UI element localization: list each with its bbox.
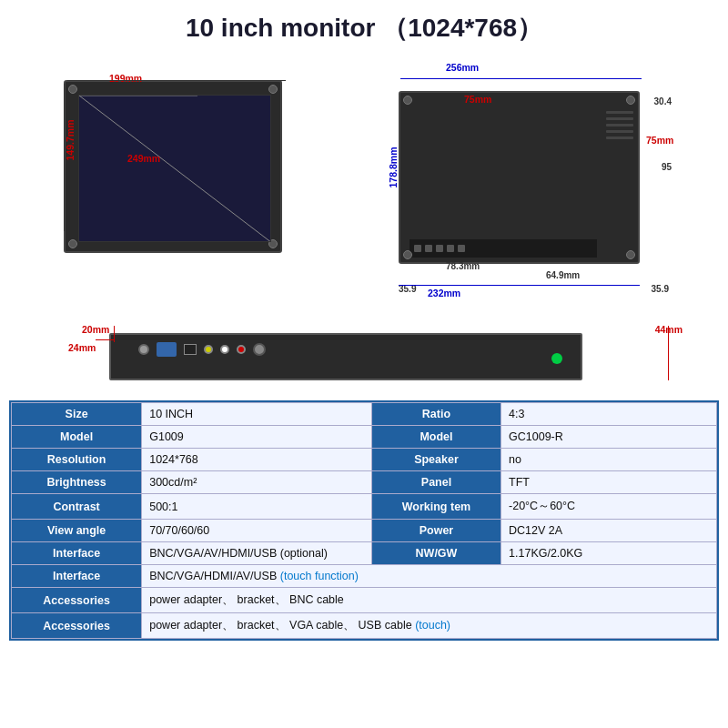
- monitor-back-frame: [399, 91, 640, 264]
- dim-back-75h: 75mm: [464, 94, 491, 105]
- spec-table: Size 10 INCH Ratio 4:3 Model G1009 Model…: [11, 402, 717, 639]
- screw-tl: [68, 85, 77, 94]
- vents: [606, 111, 633, 143]
- port-rca-y: [204, 345, 213, 354]
- spec-value-right: DC12V 2A: [501, 520, 717, 542]
- monitor-screen: [78, 95, 271, 242]
- spec-row: Interface BNC/VGA/AV/HDMI/USB (optional)…: [12, 542, 717, 565]
- dim-24-line: [96, 339, 114, 340]
- dim-44-line: [668, 326, 669, 380]
- side-view-container: 20mm 24mm 44mm: [9, 317, 719, 397]
- spec-row: Resolution 1024*768 Speaker no: [12, 449, 717, 471]
- monitor-front-diagram: 199mm 149.7mm 249mm: [55, 71, 300, 271]
- spec-value-right: -20°C～60°C: [501, 494, 717, 520]
- page-title: 10 inch monitor （1024*768）: [0, 0, 728, 53]
- spec-row: Model G1009 Model GC1009-R: [12, 426, 717, 449]
- dim-back-178: 178.8mm: [388, 147, 399, 188]
- spec-extra-row: Accessoriespower adapter、 bracket、 BNC c…: [12, 588, 717, 613]
- svg-line-0: [79, 96, 270, 241]
- port-rca-r: [237, 345, 246, 354]
- side-ports: [138, 342, 266, 357]
- spec-label: Size: [12, 403, 142, 426]
- ports-row: [410, 239, 597, 258]
- spec-value: 70/70/60/60: [142, 520, 372, 542]
- spec-extra-value: BNC/VGA/HDMI/AV/USB (touch function): [142, 565, 717, 588]
- port-rca-w: [220, 345, 229, 354]
- screw-tr: [268, 85, 278, 94]
- spec-label: Model: [12, 426, 142, 449]
- dim-front-v: 149.7mm: [65, 120, 76, 161]
- dim-side-24: 24mm: [68, 342, 96, 353]
- spec-label-right: Speaker: [371, 449, 500, 471]
- spec-label-right: Power: [371, 520, 500, 542]
- touch-label: (touch function): [277, 570, 359, 582]
- spec-value: G1009: [142, 426, 372, 449]
- spec-value: 300cd/m²: [142, 471, 372, 494]
- diagrams-row: 199mm 149.7mm 249mm 256mm: [0, 53, 728, 326]
- spec-extra-row: Accessoriespower adapter、 bracket、 VGA c…: [12, 613, 717, 639]
- dim-v-line: [64, 84, 65, 231]
- spec-label: Brightness: [12, 471, 142, 494]
- spec-label-right: NW/GW: [371, 542, 500, 565]
- monitor-outer-frame: [64, 80, 282, 253]
- spec-extra-row: InterfaceBNC/VGA/HDMI/AV/USB (touch func…: [12, 565, 717, 588]
- dim-back-bottom: 232mm: [428, 288, 460, 298]
- touch-label: (touch): [412, 619, 450, 632]
- dim-top-line: [400, 78, 642, 79]
- dim-back-75v: 75mm: [646, 135, 673, 146]
- screw-bl: [68, 239, 77, 248]
- spec-row: Size 10 INCH Ratio 4:3: [12, 403, 717, 426]
- spec-row: View angle 70/70/60/60 Power DC12V 2A: [12, 520, 717, 542]
- dim-back-35r: 35.9: [652, 284, 669, 294]
- spec-value: 1024*768: [142, 449, 372, 471]
- dim-side-20: 20mm: [82, 324, 109, 335]
- dim-20-line: [114, 326, 115, 342]
- spec-row: Brightness 300cd/m² Panel TFT: [12, 471, 717, 494]
- spec-value-right: GC1009-R: [501, 426, 717, 449]
- spec-value: 10 INCH: [142, 403, 372, 426]
- spec-label-right: Ratio: [371, 403, 500, 426]
- port-hdmi: [184, 344, 197, 355]
- dim-back-top: 256mm: [446, 62, 479, 73]
- spec-label-right: Working tem: [371, 494, 500, 520]
- diagonal-line: [79, 96, 270, 241]
- spec-label: Accessories: [12, 613, 142, 639]
- dim-front-h: 199mm: [109, 73, 142, 84]
- spec-value-right: TFT: [501, 471, 717, 494]
- spec-label: Contrast: [12, 494, 142, 520]
- monitor-back-diagram: 256mm: [373, 62, 673, 298]
- spec-value-right: no: [501, 449, 717, 471]
- spec-table-section: Size 10 INCH Ratio 4:3 Model G1009 Model…: [9, 400, 719, 641]
- power-led: [551, 353, 562, 364]
- port-vga: [157, 342, 177, 357]
- spec-extra-value: power adapter、 bracket、 BNC cable: [142, 588, 717, 613]
- dim-back-64: 64.9mm: [546, 270, 580, 280]
- spec-row: Contrast 500:1 Working tem -20°C～60°C: [12, 494, 717, 520]
- port-round-1: [138, 344, 149, 355]
- dim-back-30: 30.4: [654, 96, 672, 106]
- spec-label-right: Model: [371, 426, 500, 449]
- dim-front-diag: 249mm: [127, 153, 160, 164]
- dim-bottom-line: [399, 285, 640, 286]
- spec-label: Interface: [12, 542, 142, 565]
- spec-label: Accessories: [12, 588, 142, 613]
- spec-value-right: 4:3: [501, 403, 717, 426]
- dim-h-line: [67, 80, 286, 81]
- spec-value: BNC/VGA/AV/HDMI/USB (optional): [142, 542, 372, 565]
- spec-label: Resolution: [12, 449, 142, 471]
- port-bnc: [253, 343, 266, 356]
- monitor-side-view: [109, 333, 582, 380]
- spec-value-right: 1.17KG/2.0KG: [501, 542, 717, 565]
- spec-label: View angle: [12, 520, 142, 542]
- dim-back-78: 78.3mm: [446, 261, 480, 271]
- spec-extra-value: power adapter、 bracket、 VGA cable、 USB c…: [142, 613, 717, 639]
- spec-label-right: Panel: [371, 471, 500, 494]
- spec-value: 500:1: [142, 494, 372, 520]
- dim-back-95: 95: [662, 162, 672, 172]
- spec-label: Interface: [12, 565, 142, 588]
